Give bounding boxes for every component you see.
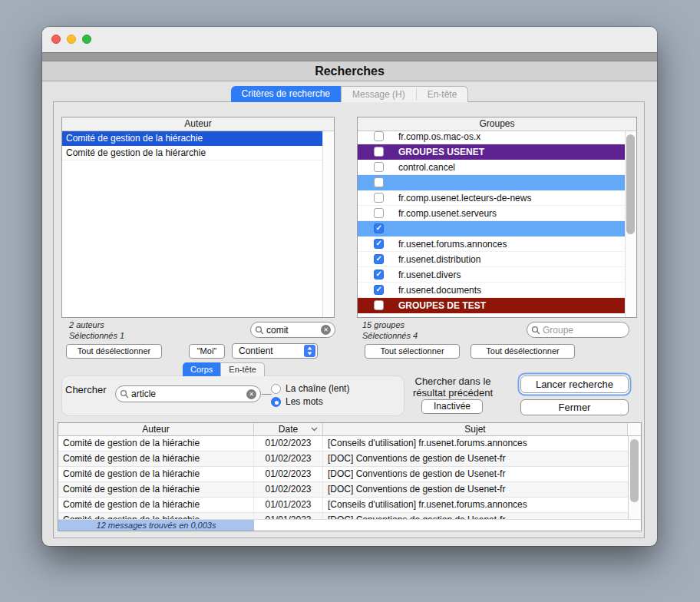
group-row[interactable]: fr.comp.usenet.serveurs [358, 206, 625, 221]
groups-count: 15 groupes [362, 320, 404, 329]
group-checkbox[interactable] [374, 254, 384, 264]
group-checkbox[interactable] [374, 270, 384, 280]
results-scrollbar-thumb[interactable] [630, 439, 639, 502]
clear-search-icon[interactable] [321, 325, 331, 335]
groups-list: Groupes fr.comp.os.mac-os.x GROUPES USEN… [357, 117, 637, 318]
result-row[interactable]: Comité de gestion de la hiérachie 01/01/… [58, 498, 628, 513]
chevron-up-down-icon [304, 345, 315, 357]
result-date: 01/01/2023 [254, 498, 323, 512]
inactive-button[interactable]: Inactivée [421, 399, 483, 414]
group-checkbox[interactable] [374, 239, 384, 249]
group-label: fr.comp.os.mac-os.x [398, 131, 480, 142]
column-header-auteur[interactable]: Auteur [58, 423, 254, 435]
groups-select-all-button[interactable]: Tout sélectionner [365, 344, 460, 359]
authors-scrollbar-track[interactable] [322, 117, 334, 317]
tab-criteres-de-recherche[interactable]: Critères de recherche [231, 86, 341, 102]
result-author: Comité de gestion de la hiérachie [58, 467, 254, 481]
group-row[interactable]: fr.usenet.documents [358, 283, 625, 298]
groups-deselect-all-button[interactable]: Tout désélectionner [471, 344, 575, 359]
radio-chain[interactable] [271, 384, 281, 394]
group-checkbox[interactable] [374, 177, 384, 187]
result-date: 01/02/2023 [254, 482, 323, 497]
group-checkbox[interactable] [374, 223, 384, 233]
result-subject: [Conseils d'utilisation] fr.usenet.forum… [323, 436, 628, 451]
result-date: 01/02/2023 [254, 467, 323, 481]
search-icon [255, 326, 264, 335]
close-window-button[interactable]: Fermer [520, 399, 629, 415]
group-checkbox[interactable] [374, 285, 384, 295]
status-bar: 12 messages trouvés en 0,003s [58, 519, 641, 531]
group-row[interactable]: fr.comp.os.mac-os.x [358, 129, 625, 144]
column-header-sujet[interactable]: Sujet [323, 423, 628, 435]
group-label: fr.comp.usenet.lecteurs-de-news [398, 193, 531, 203]
group-row[interactable] [358, 175, 625, 190]
clear-search-icon[interactable] [246, 389, 256, 399]
authors-search-input[interactable] [266, 325, 321, 336]
result-subject: [DOC] Conventions de gestion de Usenet-f… [323, 467, 628, 481]
group-label: fr.usenet.forums.annonces [398, 239, 507, 250]
results-scrollbar-track[interactable] [628, 436, 641, 531]
tab-en-tete[interactable]: En-tête [417, 87, 468, 102]
author-row[interactable]: Comité de gestion de la hiérachie [62, 131, 322, 146]
me-button[interactable]: "Moi" [189, 344, 225, 359]
group-row[interactable]: fr.usenet.distribution [358, 252, 625, 267]
result-row[interactable]: Comité de gestion de la hiérachie 01/02/… [58, 452, 628, 467]
authors-list-header: Auteur [62, 117, 334, 131]
groups-selected-count: Sélectionnés 4 [362, 331, 418, 340]
group-label: fr.usenet.distribution [398, 254, 480, 265]
authors-count: 2 auteurs [69, 320, 104, 329]
group-row[interactable] [358, 221, 625, 237]
authors-deselect-all-button[interactable]: Tout désélectionner [66, 344, 162, 359]
main-search-input[interactable] [131, 389, 246, 399]
tab-message[interactable]: Message (H) [342, 87, 416, 102]
criteria-panel: Auteur Comité de gestion de la hiérachie… [53, 101, 645, 538]
group-checkbox[interactable] [374, 300, 384, 310]
group-checkbox[interactable] [374, 162, 384, 172]
group-row[interactable]: fr.usenet.forums.annonces [358, 237, 625, 252]
result-subject: [DOC] Conventions de gestion de Usenet-f… [323, 482, 628, 497]
close-button[interactable] [51, 35, 61, 44]
group-row[interactable]: GROUPES DE TEST [358, 298, 625, 313]
radio-row-words: Les mots [271, 396, 323, 407]
author-row[interactable]: Comité de gestion de la hiérarchie [62, 146, 322, 160]
group-row[interactable]: fr.comp.usenet.lecteurs-de-news [358, 190, 625, 206]
result-subject: [Conseils d'utilisation] fr.usenet.forum… [323, 498, 628, 512]
search-icon [120, 389, 129, 399]
main-search-field [115, 385, 261, 402]
authors-search-field [250, 322, 335, 338]
tab-corps[interactable]: Corps [183, 362, 220, 376]
column-header-date[interactable]: Date [254, 423, 323, 435]
group-label: fr.usenet.divers [398, 270, 461, 280]
authors-list-body: Comité de gestion de la hiérachie Comité… [62, 131, 322, 317]
result-author: Comité de gestion de la hiérachie [58, 498, 254, 512]
search-label: Chercher [65, 384, 106, 395]
group-label: GROUPES DE TEST [398, 300, 486, 311]
window-titlebar [42, 27, 657, 52]
result-row[interactable]: Comité de gestion de la hiérachie 01/02/… [58, 482, 628, 498]
zoom-button[interactable] [82, 35, 91, 44]
group-checkbox[interactable] [374, 147, 384, 157]
groups-search-input[interactable] [543, 325, 625, 336]
group-row[interactable]: GROUPES USENET [358, 144, 625, 160]
group-checkbox[interactable] [374, 131, 384, 141]
connector-line [262, 394, 272, 395]
inactive-tab-group: Message (H) En-tête [341, 86, 468, 102]
launch-search-button[interactable]: Lancer recherche [520, 375, 629, 393]
result-row[interactable]: Comité de gestion de la hiérachie 01/02/… [58, 467, 628, 482]
match-mode-select[interactable]: Contient [232, 343, 318, 359]
groups-list-header: Groupes [358, 117, 636, 131]
group-checkbox[interactable] [374, 208, 384, 218]
group-row[interactable]: fr.usenet.divers [358, 267, 625, 283]
results-header: Auteur Date Sujet [58, 423, 641, 436]
group-checkbox[interactable] [374, 193, 384, 203]
tab-entete-scope[interactable]: En-tête [220, 362, 264, 376]
minimize-button[interactable] [67, 35, 76, 44]
result-row[interactable]: Comité de gestion de la hiérachie 01/02/… [58, 436, 628, 452]
group-row[interactable]: control.cancel [358, 160, 625, 175]
radio-words[interactable] [271, 397, 281, 407]
radio-words-label: Les mots [286, 396, 323, 407]
main-tabbar: Critères de recherche Message (H) En-têt… [42, 86, 657, 102]
groups-list-body: fr.comp.os.mac-os.x GROUPES USENET contr… [358, 129, 625, 317]
match-mode-value: Contient [239, 346, 273, 356]
groups-scrollbar-thumb[interactable] [626, 134, 635, 234]
